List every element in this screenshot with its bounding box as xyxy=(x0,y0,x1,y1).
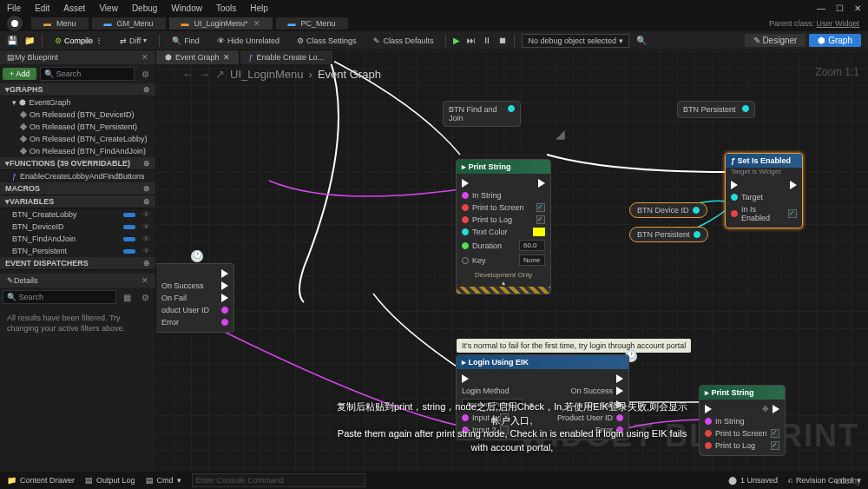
breadcrumb: ← → ↗ UI_LoginMenu › Event Graph xyxy=(182,68,381,81)
node-print-string-2[interactable]: ▸ Print String ✥ In String Print to Scre… xyxy=(699,385,786,456)
eye-icon[interactable]: 👁 xyxy=(142,222,150,231)
tab-gm[interactable]: ▬GM_Menu xyxy=(92,17,166,30)
search-input[interactable]: 🔍 Search xyxy=(40,67,135,81)
close-icon[interactable]: ✕ xyxy=(854,3,861,13)
gear-icon[interactable]: ⚙ xyxy=(138,69,153,79)
details-tab[interactable]: ✎ Details✕ xyxy=(0,274,155,287)
nav-back-icon[interactable]: ← xyxy=(182,68,194,81)
console-input[interactable]: Enter Console Command xyxy=(192,473,365,487)
event-item[interactable]: On Released (BTN_CreateLobby) xyxy=(0,133,155,145)
close-icon[interactable]: ✕ xyxy=(141,53,148,62)
menu-debug[interactable]: Debug xyxy=(132,3,157,13)
cmd-label[interactable]: ▤ Cmd ▾ xyxy=(146,476,181,485)
eye-icon[interactable]: 👁 xyxy=(142,247,150,255)
stop-icon[interactable]: ⏹ xyxy=(498,36,507,45)
node-btn-persistent-top[interactable]: BTN Persistent xyxy=(677,101,755,118)
resize-handle-icon[interactable]: ◢ xyxy=(556,127,565,141)
graph-canvas[interactable]: ⬢ Event Graph✕ ƒ Enable Create Lo... ← →… xyxy=(156,50,868,472)
menu-file[interactable]: File xyxy=(7,3,21,13)
node-btn-persistent[interactable]: BTN Persistent xyxy=(629,227,708,242)
graph-button[interactable]: ⬢ Graph xyxy=(809,34,861,47)
grid-icon[interactable]: ▦ xyxy=(120,293,135,302)
minimize-icon[interactable]: — xyxy=(817,3,825,13)
menu-window[interactable]: Window xyxy=(171,3,202,13)
clock-icon: 🕐 xyxy=(191,250,203,262)
browse-icon[interactable]: 📁 xyxy=(24,36,35,45)
diff-button[interactable]: ⇄Diff▾ xyxy=(115,35,152,47)
event-item[interactable]: On Released (BTN_Persistent) xyxy=(0,121,155,133)
designer-button[interactable]: ✎ Designer xyxy=(745,34,806,47)
add-button[interactable]: + Add xyxy=(3,68,36,80)
class-defaults-button[interactable]: ✎Class Defaults xyxy=(368,35,438,47)
node-btn-find-join[interactable]: BTN Find and Join xyxy=(443,101,521,127)
zoom-label: Zoom 1:1 xyxy=(815,66,859,78)
event-graph-item[interactable]: ▾ ⬢ EventGraph xyxy=(0,96,155,109)
filter-message: All results have been filtered. Try chan… xyxy=(3,310,152,337)
macros-section[interactable]: MACROS⊕ xyxy=(0,182,155,195)
graph-tab-enable[interactable]: ƒ Enable Create Lo... xyxy=(240,50,333,64)
nav-fwd-icon[interactable]: → xyxy=(199,68,210,81)
variable-item[interactable]: BTN_DeviceID👁 xyxy=(0,221,155,233)
locate-icon[interactable]: 🔍 xyxy=(636,36,647,45)
close-icon[interactable]: ✕ xyxy=(253,19,260,28)
tab-pc[interactable]: ▬PC_Menu xyxy=(276,17,348,30)
menu-edit[interactable]: Edit xyxy=(35,3,49,13)
my-blueprint-tab[interactable]: ▤ My Blueprint✕ xyxy=(0,50,155,64)
pause-icon[interactable]: ⏸ xyxy=(483,36,491,45)
udemy-watermark: udemy xyxy=(835,476,861,486)
maximize-icon[interactable]: ☐ xyxy=(836,3,844,13)
eye-icon[interactable]: 👁 xyxy=(142,235,150,243)
node-print-string-1[interactable]: ▸ Print String In String Print to Screen… xyxy=(456,159,551,294)
node-event-partial[interactable]: On Success On Fail oduct User ID Error xyxy=(156,263,234,333)
content-drawer-button[interactable]: 📁 Content Drawer xyxy=(7,476,75,485)
gear-icon[interactable]: ⚙ xyxy=(138,293,153,302)
menu-tools[interactable]: Tools xyxy=(216,3,236,13)
node-btn-device[interactable]: BTN Device ID xyxy=(629,202,707,218)
dispatchers-section[interactable]: EVENT DISPATCHERS⊕ xyxy=(0,257,155,270)
output-log-button[interactable]: ▤ Output Log xyxy=(85,476,135,485)
find-button[interactable]: 🔍Find xyxy=(167,35,205,47)
parent-class-label: Parent class: User Widget xyxy=(769,19,859,28)
close-icon[interactable]: ✕ xyxy=(141,276,148,285)
event-item[interactable]: On Released (BTN_DeviceID) xyxy=(0,109,155,121)
tab-login[interactable]: ▬UI_LoginMenu*✕ xyxy=(169,17,273,30)
save-icon[interactable]: 💾 xyxy=(7,36,17,45)
event-item[interactable]: On Released (BTN_FindAndJoin) xyxy=(0,145,155,157)
comment-tooltip: It's normal to fail for the first time, … xyxy=(457,339,691,353)
node-set-enabled[interactable]: ƒ Set Is Enabled Target is Widget Target… xyxy=(725,153,803,228)
nav-up-icon[interactable]: ↗ xyxy=(215,68,225,81)
class-settings-button[interactable]: ⚙Class Settings xyxy=(292,35,362,47)
function-item[interactable]: ƒEnableCreateLobbyAndFindButtons xyxy=(0,170,155,182)
compile-button[interactable]: ⚙Compile⋮ xyxy=(49,35,108,47)
graphs-section[interactable]: ▾ GRAPHS⊕ xyxy=(0,83,155,96)
debug-object-select[interactable]: No debug object selected ▾ xyxy=(522,34,628,48)
unsaved-status[interactable]: ⬤ 1 Unsaved xyxy=(728,476,778,485)
variable-item[interactable]: BTN_CreateLobby👁 xyxy=(0,208,155,221)
eye-icon[interactable]: 👁 xyxy=(142,210,150,219)
play-icon[interactable]: ▶ xyxy=(453,36,460,45)
variables-section[interactable]: ▾ VARIABLES⊕ xyxy=(0,195,155,208)
menu-view[interactable]: View xyxy=(99,3,118,13)
graph-tab-event[interactable]: ⬢ Event Graph✕ xyxy=(156,50,239,64)
variable-item[interactable]: BTN_FindAndJoin👁 xyxy=(0,233,155,245)
menu-asset[interactable]: Asset xyxy=(63,3,85,13)
functions-section[interactable]: ▾ FUNCTIONS (39 OVERRIDABLE)⊕ xyxy=(0,157,155,170)
tab-menu[interactable]: ▬Menu xyxy=(31,17,89,30)
menu-help[interactable]: Help xyxy=(250,3,268,13)
details-search[interactable]: 🔍 Search xyxy=(3,290,116,304)
variable-item[interactable]: BTN_Persistent👁 xyxy=(0,245,155,257)
hide-unrelated-button[interactable]: 👁Hide Unrelated xyxy=(212,35,285,47)
subtitle: 复制后粘贴到print，string，node之后,启用Check，In,若使用… xyxy=(334,400,690,454)
unreal-logo-icon xyxy=(7,16,23,31)
skip-icon[interactable]: ⏭ xyxy=(467,36,476,45)
